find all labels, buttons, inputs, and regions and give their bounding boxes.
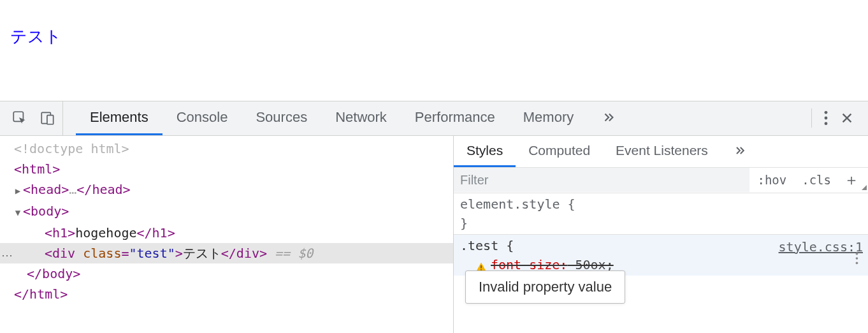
svg-point-9	[856, 257, 858, 260]
gutter-ellipsis-icon[interactable]: ⋯	[1, 248, 13, 262]
tab-network[interactable]: Network	[321, 101, 401, 135]
svg-rect-6	[481, 265, 482, 269]
hov-button[interactable]: :hov	[749, 173, 794, 187]
chevron-double-right-icon	[602, 110, 616, 124]
dom-div-selected[interactable]: <div class="test">テスト</div> == $0	[0, 243, 453, 263]
rule-element-style[interactable]: element.style { }	[454, 193, 868, 234]
devtools-tabs: Elements Console Sources Network Perform…	[63, 101, 630, 135]
kebab-menu-icon[interactable]	[823, 110, 828, 126]
devtools-panel: Elements Console Sources Network Perform…	[0, 101, 868, 333]
tab-performance[interactable]: Performance	[401, 101, 509, 135]
rule-test[interactable]: style.css:1 .test { font-size: 50ox; Inv…	[454, 234, 868, 276]
styles-panel: Styles Computed Event Listeners :hov .cl…	[454, 136, 868, 333]
tab-elements[interactable]: Elements	[76, 101, 163, 135]
rule-kebab-icon[interactable]	[855, 251, 859, 270]
elements-panel[interactable]: ⋯ <!doctype html> <html> ▶<head>…</head>…	[0, 136, 454, 333]
svg-point-4	[825, 117, 828, 120]
tab-sources[interactable]: Sources	[242, 101, 321, 135]
collapse-arrow-icon[interactable]: ▼	[14, 202, 22, 223]
svg-point-3	[825, 111, 828, 114]
dom-doctype[interactable]: <!doctype html>	[0, 138, 453, 159]
tab-memory[interactable]: Memory	[509, 101, 588, 135]
styles-tab-computed[interactable]: Computed	[516, 136, 603, 167]
devtools-body: ⋯ <!doctype html> <html> ▶<head>…</head>…	[0, 136, 868, 333]
close-icon[interactable]	[840, 111, 854, 125]
dom-body-open[interactable]: ▼<body>	[0, 201, 453, 223]
tab-console[interactable]: Console	[163, 101, 242, 135]
new-style-rule-button[interactable]: ＋	[839, 170, 868, 190]
invalid-property-tooltip: Invalid property value	[465, 270, 625, 304]
dom-h1[interactable]: <h1>hogehoge</h1>	[0, 223, 453, 243]
dom-html-open[interactable]: <html>	[0, 159, 453, 179]
styles-tabs: Styles Computed Event Listeners	[454, 136, 868, 168]
styles-filter-row: :hov .cls ＋	[454, 168, 868, 193]
svg-point-10	[856, 262, 858, 264]
dom-html-close[interactable]: </html>	[0, 284, 453, 304]
styles-rules: element.style { } style.css:1 .test { fo…	[454, 193, 868, 333]
tabs-overflow[interactable]	[588, 101, 630, 135]
svg-rect-2	[47, 115, 54, 124]
rule-source-link[interactable]: style.css:1	[779, 237, 863, 256]
warning-icon	[475, 259, 487, 270]
toolbar-right	[811, 108, 868, 128]
svg-point-5	[825, 122, 828, 126]
expand-arrow-icon[interactable]: ▶	[14, 181, 22, 201]
styles-tab-styles[interactable]: Styles	[454, 136, 516, 167]
page-content-area: テスト	[0, 0, 868, 101]
chevron-double-right-icon	[734, 144, 746, 157]
svg-point-8	[856, 253, 858, 255]
element-style-open: element.style {	[460, 195, 863, 214]
dropdown-corner-icon	[862, 185, 867, 190]
elements-tree: <!doctype html> <html> ▶<head>…</head> ▼…	[0, 136, 453, 307]
styles-filter-input[interactable]	[454, 168, 749, 192]
toolbar-divider	[811, 108, 812, 128]
toolbar-left-icons	[0, 101, 63, 135]
styles-tabs-overflow[interactable]	[721, 136, 759, 167]
inspect-icon[interactable]	[11, 110, 28, 126]
devtools-toolbar: Elements Console Sources Network Perform…	[0, 101, 868, 136]
cls-button[interactable]: .cls	[794, 173, 839, 187]
dom-head[interactable]: ▶<head>…</head>	[0, 179, 453, 201]
device-toggle-icon[interactable]	[40, 110, 56, 126]
dom-body-close[interactable]: </body>	[0, 263, 453, 284]
styles-tab-event-listeners[interactable]: Event Listeners	[603, 136, 721, 167]
element-style-close: }	[460, 214, 863, 233]
page-test-text: テスト	[10, 27, 62, 46]
